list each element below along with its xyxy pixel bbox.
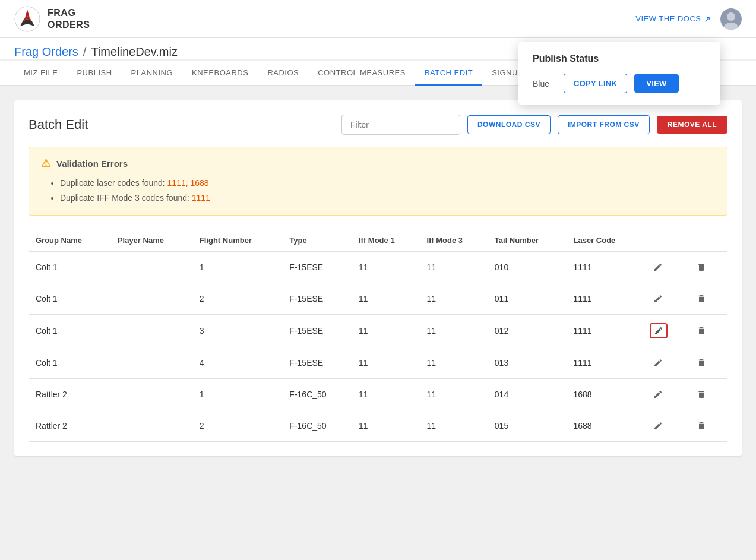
cell-delete-action bbox=[686, 347, 727, 379]
cell-iff3: 11 bbox=[419, 379, 487, 410]
validation-header: ⚠ Validation Errors bbox=[41, 157, 715, 170]
view-docs-link[interactable]: VIEW THE DOCS ↗ bbox=[635, 14, 711, 24]
avatar[interactable] bbox=[720, 8, 742, 30]
cell-laser: 1688 bbox=[567, 379, 643, 410]
cell-iff3: 11 bbox=[419, 283, 487, 315]
header-right: VIEW THE DOCS ↗ bbox=[635, 8, 742, 30]
edit-button-highlighted[interactable] bbox=[650, 323, 668, 338]
cell-type: F-15ESE bbox=[282, 283, 352, 315]
validation-error-1-text: Duplicate laser codes found: bbox=[60, 178, 167, 188]
cell-delete-action bbox=[686, 315, 727, 347]
cell-tail: 012 bbox=[488, 315, 567, 347]
cell-group: Colt 1 bbox=[29, 251, 110, 283]
col-actions-delete bbox=[686, 230, 727, 251]
copy-link-button[interactable]: COPY LINK bbox=[564, 74, 627, 93]
remove-all-button[interactable]: REMOVE ALL bbox=[657, 116, 727, 134]
cell-iff3: 11 bbox=[419, 251, 487, 283]
tab-publish[interactable]: PUBLISH bbox=[67, 61, 121, 86]
warning-icon: ⚠ bbox=[41, 157, 50, 170]
cell-laser: 1111 bbox=[567, 315, 643, 347]
tab-planning[interactable]: PLANNING bbox=[122, 61, 182, 86]
cell-laser: 1688 bbox=[567, 410, 643, 442]
main-content: Batch Edit DOWNLOAD CSV IMPORT FROM CSV … bbox=[0, 86, 756, 470]
svg-point-5 bbox=[727, 12, 735, 21]
delete-button[interactable] bbox=[693, 419, 710, 433]
cell-edit-action-highlighted bbox=[643, 315, 686, 347]
cell-iff1: 11 bbox=[352, 315, 419, 347]
col-laser-code: Laser Code bbox=[567, 230, 643, 251]
publish-status-popup: Publish Status Blue COPY LINK VIEW bbox=[518, 42, 720, 105]
tab-radios[interactable]: RADIOS bbox=[258, 61, 308, 86]
batch-edit-title: Batch Edit bbox=[29, 117, 88, 132]
table-header: Group Name Player Name Flight Number Typ… bbox=[29, 230, 727, 251]
edit-button[interactable] bbox=[650, 387, 666, 401]
edit-button[interactable] bbox=[650, 356, 666, 370]
view-button[interactable]: VIEW bbox=[634, 74, 678, 93]
publish-popup-title: Publish Status bbox=[533, 53, 706, 64]
delete-button[interactable] bbox=[693, 324, 710, 338]
logo-area: Frag Orders bbox=[14, 6, 90, 32]
cell-delete-action bbox=[686, 410, 727, 442]
col-iff-mode-3: Iff Mode 3 bbox=[419, 230, 487, 251]
cell-player bbox=[110, 379, 192, 410]
publish-popup-row: Blue COPY LINK VIEW bbox=[533, 74, 706, 93]
cell-delete-action bbox=[686, 251, 727, 283]
cell-type: F-15ESE bbox=[282, 347, 352, 379]
view-docs-label: VIEW THE DOCS bbox=[635, 14, 701, 23]
cell-iff3: 11 bbox=[419, 347, 487, 379]
col-actions-edit bbox=[643, 230, 686, 251]
edit-button[interactable] bbox=[650, 260, 666, 274]
tab-kneeboards[interactable]: KNEEBOARDS bbox=[182, 61, 258, 86]
tab-batch-edit[interactable]: BATCH EDIT bbox=[415, 61, 482, 86]
validation-title: Validation Errors bbox=[56, 159, 128, 169]
col-tail-number: Tail Number bbox=[488, 230, 567, 251]
cell-iff1: 11 bbox=[352, 251, 419, 283]
delete-button[interactable] bbox=[693, 356, 710, 370]
batch-toolbar-right: DOWNLOAD CSV IMPORT FROM CSV REMOVE ALL bbox=[341, 115, 727, 135]
col-group-name: Group Name bbox=[29, 230, 110, 251]
tab-control-measures[interactable]: CONTROL MEASURES bbox=[308, 61, 415, 86]
cell-tail: 013 bbox=[488, 347, 567, 379]
import-csv-button[interactable]: IMPORT FROM CSV bbox=[558, 115, 650, 134]
cell-tail: 010 bbox=[488, 251, 567, 283]
table-row: Colt 1 2 F-15ESE 11 11 011 1111 bbox=[29, 283, 727, 315]
table-row: Colt 1 3 F-15ESE 11 11 012 1111 bbox=[29, 315, 727, 347]
header: Frag Orders VIEW THE DOCS ↗ Publish Stat… bbox=[0, 0, 756, 38]
table-row: Colt 1 4 F-15ESE 11 11 013 1111 bbox=[29, 347, 727, 379]
cell-flight: 3 bbox=[192, 315, 283, 347]
cell-group: Rattler 2 bbox=[29, 410, 110, 442]
delete-button[interactable] bbox=[693, 292, 710, 306]
validation-errors-box: ⚠ Validation Errors Duplicate laser code… bbox=[29, 147, 727, 216]
cell-flight: 1 bbox=[192, 379, 283, 410]
cell-type: F-15ESE bbox=[282, 251, 352, 283]
tab-miz-file[interactable]: MIZ FILE bbox=[14, 61, 67, 86]
table-body: Colt 1 1 F-15ESE 11 11 010 1111 bbox=[29, 251, 727, 442]
cell-iff1: 11 bbox=[352, 410, 419, 442]
breadcrumb-link[interactable]: Frag Orders bbox=[14, 45, 78, 59]
cell-delete-action bbox=[686, 379, 727, 410]
batch-edit-panel: Batch Edit DOWNLOAD CSV IMPORT FROM CSV … bbox=[14, 100, 742, 456]
cell-laser: 1111 bbox=[567, 251, 643, 283]
delete-button[interactable] bbox=[693, 387, 710, 401]
col-flight-number: Flight Number bbox=[192, 230, 283, 251]
download-csv-button[interactable]: DOWNLOAD CSV bbox=[467, 115, 551, 134]
edit-button[interactable] bbox=[650, 292, 666, 306]
edit-button[interactable] bbox=[650, 419, 666, 433]
cell-player bbox=[110, 315, 192, 347]
cell-flight: 2 bbox=[192, 283, 283, 315]
filter-input[interactable] bbox=[341, 115, 460, 135]
cell-player bbox=[110, 347, 192, 379]
delete-button[interactable] bbox=[693, 260, 710, 274]
cell-group: Colt 1 bbox=[29, 315, 110, 347]
validation-error-2-text: Duplicate IFF Mode 3 codes found: bbox=[60, 193, 192, 203]
cell-group: Colt 1 bbox=[29, 283, 110, 315]
cell-iff1: 11 bbox=[352, 379, 419, 410]
cell-iff3: 11 bbox=[419, 315, 487, 347]
table-row: Colt 1 1 F-15ESE 11 11 010 1111 bbox=[29, 251, 727, 283]
cell-laser: 1111 bbox=[567, 347, 643, 379]
table-row: Rattler 2 1 F-16C_50 11 11 014 1688 bbox=[29, 379, 727, 410]
cell-iff3: 11 bbox=[419, 410, 487, 442]
col-type: Type bbox=[282, 230, 352, 251]
cell-flight: 2 bbox=[192, 410, 283, 442]
cell-tail: 011 bbox=[488, 283, 567, 315]
